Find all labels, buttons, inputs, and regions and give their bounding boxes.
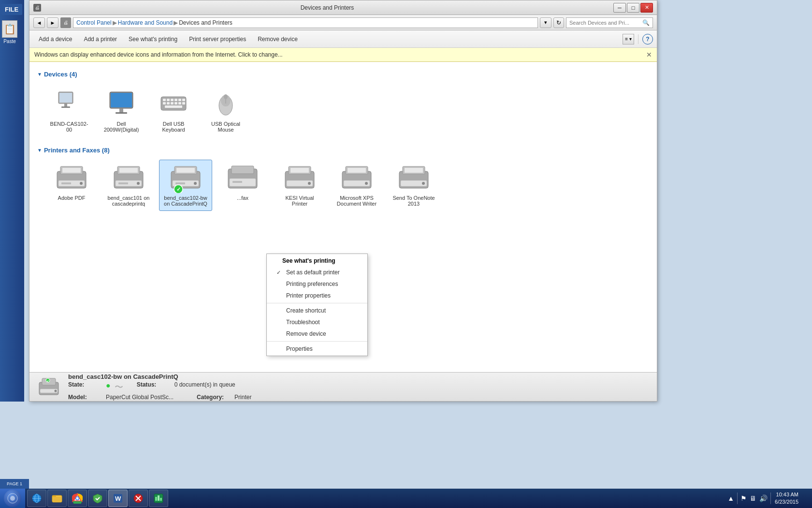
tray-arrow[interactable]: ▲ <box>727 494 734 502</box>
taskbar: W <box>0 489 812 508</box>
view-options-button[interactable]: ≡ ▾ <box>623 34 634 45</box>
taskbar-ie[interactable] <box>27 490 46 507</box>
printer-item-casc101[interactable]: bend_casc101 on cascadeprintq <box>102 160 155 211</box>
taskbar-word[interactable]: W <box>108 490 128 507</box>
minimize-button[interactable]: ─ <box>613 3 626 13</box>
svg-rect-6 <box>119 108 123 112</box>
devices-collapse-icon: ▼ <box>37 72 42 77</box>
category-value: Printer <box>234 394 251 401</box>
ctx-troubleshoot[interactable]: Troubleshoot <box>267 316 367 328</box>
printers-section-label: Printers and Faxes (8) <box>44 147 110 154</box>
notification-close[interactable]: ✕ <box>646 51 652 59</box>
refresh-button[interactable]: ↻ <box>553 17 564 28</box>
ctx-create-shortcut[interactable]: Create shortcut <box>267 305 367 316</box>
location-icon: 🖨 <box>60 17 71 28</box>
model-value: PaperCut Global PostSc... <box>106 394 174 401</box>
status-row-model: Model: PaperCut Global PostSc... Categor… <box>68 394 251 401</box>
printer-icon-kesi <box>283 164 317 193</box>
svg-rect-2 <box>64 104 67 106</box>
svg-rect-42 <box>175 182 185 184</box>
toolbar-separator <box>638 34 638 44</box>
svg-point-54 <box>308 182 311 185</box>
device-item-computer[interactable]: BEND-CAS102-00 <box>45 84 93 137</box>
printer-label-kesi: KESI Virtual Printer <box>277 195 322 207</box>
ctx-printer-props[interactable]: Printer properties <box>267 290 367 301</box>
printer-label-fax: ...fax <box>237 195 248 201</box>
dropdown-button[interactable]: ▾ <box>540 17 551 28</box>
printer-item-kesi[interactable]: KESI Virtual Printer <box>273 160 326 211</box>
printer-item-fax[interactable]: ...fax <box>216 160 269 211</box>
svg-rect-47 <box>232 166 254 174</box>
printer-item-adobe[interactable]: Adobe PDF <box>45 160 98 211</box>
forward-button[interactable]: ► <box>47 17 58 28</box>
breadcrumb-hardware[interactable]: Hardware and Sound <box>118 19 173 26</box>
ctx-see-printing[interactable]: See what's printing <box>267 255 367 267</box>
printer-icon-fax <box>226 164 260 193</box>
printer-item-casc102[interactable]: ✓ bend_casc102-bw on CascadePrintQ <box>159 160 212 211</box>
tray-sound[interactable]: 🔊 <box>759 494 768 502</box>
svg-point-37 <box>137 182 140 185</box>
ctx-separator-1 <box>267 303 367 303</box>
notification-bar: Windows can display enhanced device icon… <box>29 48 657 62</box>
explorer-icon <box>51 493 63 504</box>
tray-screen[interactable]: 🖥 <box>750 494 756 502</box>
close-button[interactable]: ✕ <box>640 3 653 13</box>
see-printing-button[interactable]: See what's printing <box>123 33 183 45</box>
back-button[interactable]: ◄ <box>33 17 45 28</box>
taskbar-shield[interactable] <box>88 490 107 507</box>
taskbar-explorer[interactable] <box>47 490 67 507</box>
device-item-keyboard[interactable]: Dell USB Keyboard <box>149 84 198 137</box>
device-item-monitor[interactable]: Dell 2009W(Digital) <box>97 84 145 137</box>
maximize-button[interactable]: □ <box>627 3 639 13</box>
device-label-mouse: USB Optical Mouse <box>206 121 246 133</box>
svg-point-43 <box>194 182 197 185</box>
clock-time: 10:43 AM <box>775 491 798 498</box>
ctx-printing-prefs[interactable]: Printing preferences <box>267 278 367 290</box>
shield-icon <box>92 493 103 504</box>
taskbar-app7[interactable] <box>149 490 168 507</box>
svg-point-25 <box>224 94 228 99</box>
svg-rect-17 <box>171 102 174 105</box>
printer-label-casc101: bend_casc101 on cascadeprintq <box>106 195 151 207</box>
remove-device-button[interactable]: Remove device <box>252 33 303 45</box>
add-printer-button[interactable]: Add a printer <box>78 33 122 45</box>
ctx-remove-device[interactable]: Remove device <box>267 328 367 340</box>
ctx-troubleshoot-label: Troubleshoot <box>286 319 320 326</box>
add-device-button[interactable]: Add a device <box>33 33 77 45</box>
breadcrumb-sep-1: ▶ <box>113 19 117 26</box>
word-icon: W <box>112 493 124 504</box>
title-bar-buttons: ─ □ ✕ <box>613 3 653 13</box>
taskbar-chrome[interactable] <box>68 490 87 507</box>
printer-item-xps[interactable]: Microsoft XPS Document Writer <box>330 160 383 211</box>
start-orb <box>4 490 21 507</box>
printer-item-onenote[interactable]: Send To OneNote 2013 <box>387 160 440 211</box>
svg-rect-79 <box>52 495 56 497</box>
printers-section-header[interactable]: ▼ Printers and Faxes (8) <box>37 147 649 154</box>
ctx-set-default[interactable]: ✓ Set as default printer <box>267 267 367 278</box>
print-server-button[interactable]: Print server properties <box>184 33 251 45</box>
help-button[interactable]: ? <box>642 34 653 45</box>
keyboard-icon <box>158 88 189 119</box>
taskbar-apps: W <box>25 490 722 507</box>
notification-text: Windows can display enhanced device icon… <box>34 51 283 58</box>
svg-text:W: W <box>115 495 121 502</box>
status-info: bend_casc102-bw on CascadePrintQ State: … <box>68 373 251 401</box>
start-button[interactable] <box>0 489 25 508</box>
breadcrumb-control-panel[interactable]: Control Panel <box>76 19 112 26</box>
state-label: State: <box>68 381 102 393</box>
printer-icon-xps <box>340 164 374 193</box>
device-item-mouse[interactable]: USB Optical Mouse <box>202 84 250 137</box>
status-row-state: State: ● 〜 Status: 0 document(s) in queu… <box>68 381 251 393</box>
tray-flag[interactable]: ⚑ <box>740 494 747 502</box>
svg-rect-5 <box>111 93 132 107</box>
devices-section-header[interactable]: ▼ Devices (4) <box>37 71 649 78</box>
file-tab[interactable]: FILE <box>1 4 22 15</box>
ctx-properties[interactable]: Properties <box>267 343 367 355</box>
system-clock[interactable]: 10:43 AM 6/23/2015 <box>775 491 798 506</box>
search-box[interactable]: 🔍 <box>566 17 653 28</box>
device-label-computer: BEND-CAS102-00 <box>49 121 89 133</box>
toolbar: Add a device Add a printer See what's pr… <box>29 30 657 48</box>
taskbar-app6[interactable] <box>129 490 148 507</box>
state-secondary: 〜 <box>115 381 123 393</box>
search-input[interactable] <box>569 20 640 26</box>
